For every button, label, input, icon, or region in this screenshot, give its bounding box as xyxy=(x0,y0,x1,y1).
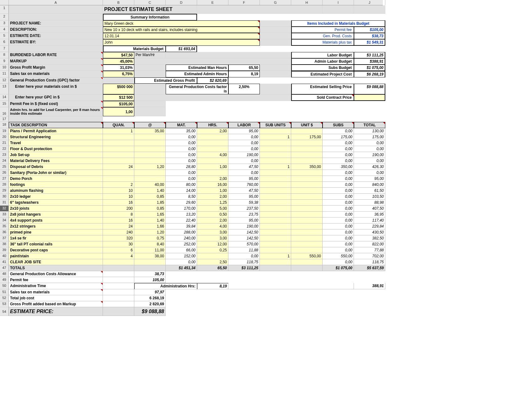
task-rate[interactable] xyxy=(134,259,166,265)
task-hrs[interactable]: 0,25 xyxy=(197,247,228,253)
task-rate[interactable]: 1,20 xyxy=(134,164,166,170)
table-header[interactable]: MAT. xyxy=(166,122,197,128)
task-subunits[interactable] xyxy=(260,235,291,241)
task-unitprice[interactable] xyxy=(291,152,323,158)
task-unitprice[interactable] xyxy=(291,140,323,146)
col-header[interactable]: B xyxy=(103,0,134,5)
task-rate[interactable]: 1,65 xyxy=(134,212,166,218)
task-hrs[interactable]: 5,00 xyxy=(197,206,228,212)
task-unitprice[interactable] xyxy=(291,128,323,134)
row-number[interactable]: 40 xyxy=(0,253,9,259)
task-hrs[interactable] xyxy=(197,253,228,259)
task-subunits[interactable] xyxy=(260,241,291,247)
task-description[interactable]: aluminum flashing xyxy=(9,188,103,194)
task-unitprice[interactable] xyxy=(291,229,323,235)
task-description[interactable]: Sanitary (Porta-John or similar) xyxy=(9,170,103,176)
row-number[interactable]: 34 xyxy=(0,218,9,223)
task-description[interactable]: Decorative post caps xyxy=(9,247,103,253)
task-unitprice[interactable] xyxy=(291,235,323,241)
task-rate[interactable] xyxy=(134,176,166,182)
col-header[interactable]: E xyxy=(197,0,228,5)
task-description[interactable]: Plans / Permit Application xyxy=(9,128,103,134)
task-unitprice[interactable] xyxy=(291,176,323,182)
task-unitprice[interactable] xyxy=(291,182,323,188)
task-quantity[interactable]: 16 xyxy=(103,200,134,206)
task-unitprice[interactable] xyxy=(291,170,323,176)
task-quantity[interactable]: 30 xyxy=(103,241,134,247)
input-permit[interactable]: $105,00 xyxy=(103,101,134,107)
row-number[interactable]: 33 xyxy=(0,212,9,218)
input-gpc-cost[interactable]: $12 500 xyxy=(103,94,134,101)
row-number[interactable]: 28 xyxy=(0,182,9,188)
task-description[interactable]: Job Set-up xyxy=(9,152,103,158)
row-number[interactable]: 19 xyxy=(0,128,9,134)
task-hrs[interactable]: 3,00 xyxy=(197,235,228,241)
table-header[interactable]: LABOR xyxy=(228,122,260,128)
task-subunits[interactable] xyxy=(260,146,291,152)
task-subunits[interactable] xyxy=(260,158,291,164)
task-rate[interactable] xyxy=(134,134,166,140)
task-unitprice[interactable] xyxy=(291,241,323,247)
task-rate[interactable] xyxy=(134,170,166,176)
row-number[interactable]: 41 xyxy=(0,259,9,265)
table-header[interactable]: TOTAL xyxy=(354,122,385,128)
row-number[interactable]: 23 xyxy=(0,152,9,158)
task-unitprice[interactable] xyxy=(291,158,323,164)
task-rate[interactable]: 1,85 xyxy=(134,200,166,206)
input-date[interactable]: 12.01.14 xyxy=(103,33,260,39)
input-gpc-mat[interactable]: $500 000 xyxy=(103,84,134,94)
task-description[interactable]: 2x8 joist hangers xyxy=(9,212,103,218)
input-by[interactable]: John xyxy=(103,39,260,46)
row-number[interactable]: 35 xyxy=(0,223,9,229)
row-number[interactable]: 30 xyxy=(0,194,9,200)
row-number[interactable]: 21 xyxy=(0,140,9,146)
task-subunits[interactable] xyxy=(260,182,291,188)
task-hrs[interactable] xyxy=(197,134,228,140)
task-quantity[interactable]: 200 xyxy=(103,206,134,212)
row-number[interactable]: 37 xyxy=(0,235,9,241)
task-subunits[interactable]: 1 xyxy=(260,134,291,140)
task-rate[interactable] xyxy=(134,146,166,152)
task-subunits[interactable] xyxy=(260,200,291,206)
task-quantity[interactable]: 4 xyxy=(103,253,134,259)
task-hrs[interactable]: 12,00 xyxy=(197,241,228,247)
col-header[interactable]: G xyxy=(260,0,291,5)
input-contract-price[interactable] xyxy=(354,94,385,101)
task-hrs[interactable]: 2,00 xyxy=(197,194,228,200)
task-quantity[interactable]: 2 xyxy=(103,182,134,188)
row-number[interactable]: 32 xyxy=(0,206,9,212)
task-subunits[interactable] xyxy=(260,188,291,194)
row-number[interactable]: 20 xyxy=(0,134,9,140)
task-description[interactable]: 2x10 ledger xyxy=(9,194,103,200)
task-hrs[interactable]: 4,00 xyxy=(197,223,228,229)
task-subunits[interactable] xyxy=(260,206,291,212)
task-quantity[interactable] xyxy=(103,152,134,158)
input-tax[interactable]: 6,75% xyxy=(103,71,134,77)
task-subunits[interactable] xyxy=(260,194,291,200)
task-description[interactable]: CLEAR JOB SITE xyxy=(9,259,103,265)
task-hrs[interactable]: 2,00 xyxy=(197,218,228,223)
row-number[interactable]: 31 xyxy=(0,200,9,206)
task-quantity[interactable]: 10 xyxy=(103,188,134,194)
task-quantity[interactable]: 24 xyxy=(103,164,134,170)
task-hrs[interactable] xyxy=(197,146,228,152)
task-unitprice[interactable]: 550,00 xyxy=(291,253,323,259)
task-unitprice[interactable] xyxy=(291,212,323,218)
task-rate[interactable] xyxy=(134,140,166,146)
col-header[interactable]: H xyxy=(291,0,323,5)
input-description[interactable]: New 10 x 10 deck with rails and stairs, … xyxy=(103,27,260,33)
task-rate[interactable]: 0,75 xyxy=(134,235,166,241)
task-unitprice[interactable] xyxy=(291,188,323,194)
task-description[interactable]: Demo Porch xyxy=(9,176,103,182)
task-subunits[interactable]: 1 xyxy=(260,164,291,170)
task-hrs[interactable]: 2,00 xyxy=(197,128,228,134)
task-hrs[interactable]: 2,00 xyxy=(197,176,228,182)
col-header[interactable]: J xyxy=(354,0,385,5)
task-quantity[interactable]: 1 xyxy=(103,128,134,134)
task-description[interactable]: Structural Engineering xyxy=(9,134,103,140)
row-number[interactable]: 24 xyxy=(0,158,9,164)
task-unitprice[interactable] xyxy=(291,247,323,253)
task-unitprice[interactable]: 175,00 xyxy=(291,134,323,140)
task-unitprice[interactable] xyxy=(291,206,323,212)
task-rate[interactable]: 0,85 xyxy=(134,194,166,200)
